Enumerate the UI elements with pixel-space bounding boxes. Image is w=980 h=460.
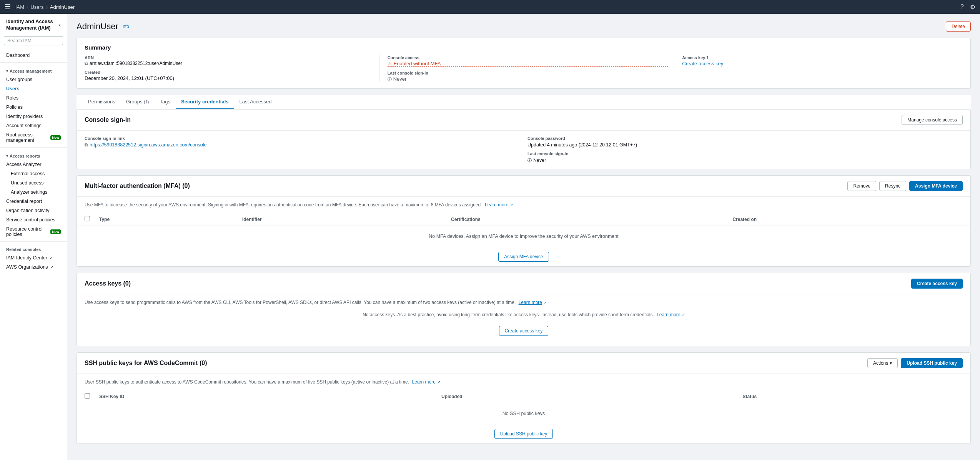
new-badge-2: New — [50, 229, 61, 234]
copy-icon-2[interactable]: ⧉ — [85, 142, 88, 148]
sidebar: Identity and Access Management (IAM) ‹ D… — [0, 14, 67, 460]
access-keys-desc: Use access keys to send programmatic cal… — [85, 300, 516, 305]
sidebar-section-access-management[interactable]: ▾ Access management — [0, 65, 67, 75]
warning-icon: ⚠ — [388, 61, 392, 66]
copy-icon[interactable]: ⧉ — [85, 61, 88, 66]
summary-console-section: Console access ⚠ Enabled without MFA Las… — [379, 55, 668, 82]
assign-mfa-button[interactable]: Assign MFA device — [909, 181, 963, 191]
ssh-keys-desc: User SSH public keys to authenticate acc… — [85, 379, 409, 385]
create-access-key-summary-link[interactable]: Create access key — [682, 61, 723, 66]
console-signin-link-section: Console sign-in link ⧉ https://590183822… — [85, 136, 520, 163]
assign-mfa-center-button[interactable]: Assign MFA device — [498, 252, 549, 262]
access-keys-learn-more-2[interactable]: Learn more — [657, 312, 680, 317]
mfa-empty-row: No MFA devices. Assign an MFA device to … — [77, 226, 970, 247]
chevron-down-icon-ssh: ▾ — [890, 360, 892, 366]
sidebar-title: Identity and Access Management (IAM) — [6, 18, 59, 32]
ssh-keys-learn-more[interactable]: Learn more — [412, 379, 436, 385]
sidebar-item-account-settings[interactable]: Account settings — [0, 121, 67, 130]
sidebar-item-policies[interactable]: Policies — [0, 103, 67, 112]
resync-mfa-button[interactable]: Resync — [879, 181, 906, 191]
access-keys-title: Access keys (0) — [85, 280, 131, 287]
tab-security-credentials[interactable]: Security credentials — [176, 95, 234, 109]
tab-permissions[interactable]: Permissions — [83, 95, 121, 109]
console-link-anchor[interactable]: https://590183822512.signin.aws.amazon.c… — [90, 142, 206, 148]
mfa-learn-more[interactable]: Learn more — [485, 202, 508, 208]
console-access-value: ⚠ Enabled without MFA — [388, 61, 668, 67]
ssh-select-all[interactable] — [85, 393, 90, 399]
sidebar-item-org-activity[interactable]: Organization activity — [0, 206, 67, 215]
sidebar-item-unused-access[interactable]: Unused access — [0, 178, 67, 188]
main-content: AdminUser Info Delete Summary ARN ⧉ arn:… — [67, 14, 980, 460]
sidebar-item-service-control[interactable]: Service control policies — [0, 215, 67, 224]
external-link-icon-ak: ↗ — [543, 301, 546, 305]
info-link[interactable]: Info — [121, 24, 129, 29]
summary-title: Summary — [85, 44, 963, 51]
breadcrumb-users[interactable]: Users — [30, 4, 43, 10]
search-input[interactable] — [4, 36, 63, 45]
password-value: Updated 4 minutes ago (2024-12-20 12:01 … — [527, 142, 963, 148]
access-key-1-label: Access key 1 — [682, 55, 963, 60]
mfa-section: Multi-factor authentication (MFA) (0) Re… — [77, 175, 971, 267]
create-access-key-center-button[interactable]: Create access key — [499, 326, 549, 336]
external-link-icon-mfa: ↗ — [510, 203, 513, 207]
mfa-col-identifier: Identifier — [238, 213, 446, 226]
settings-icon[interactable]: ⚙ — [970, 3, 975, 11]
access-keys-section: Access keys (0) Create access key Use ac… — [77, 273, 971, 346]
sidebar-item-users[interactable]: Users — [0, 84, 67, 93]
manage-console-access-button[interactable]: Manage console access — [902, 115, 963, 125]
sidebar-item-iam-identity-center[interactable]: IAM Identity Center ↗ — [0, 253, 67, 262]
created-label: Created — [85, 70, 373, 75]
mfa-table: Type Identifier Certifications Created o… — [77, 213, 970, 247]
mfa-select-all[interactable] — [85, 216, 90, 221]
sidebar-item-resource-control[interactable]: Resource control policies New — [0, 224, 67, 239]
sidebar-item-identity-providers[interactable]: Identity providers — [0, 112, 67, 121]
sidebar-item-dashboard[interactable]: Dashboard — [0, 51, 67, 60]
sidebar-section-access-reports[interactable]: ▾ Access reports — [0, 150, 67, 160]
help-icon[interactable]: ? — [960, 3, 964, 10]
breadcrumb-iam[interactable]: IAM — [15, 4, 24, 10]
related-consoles-label: Related consoles — [0, 244, 67, 253]
remove-mfa-button[interactable]: Remove — [847, 181, 876, 191]
ssh-col-key-id: SSH Key ID — [95, 390, 437, 403]
ssh-empty-row: No SSH public keys — [77, 403, 970, 424]
sidebar-item-root-access[interactable]: Root access management New — [0, 130, 67, 145]
sidebar-search-container — [0, 35, 67, 49]
access-reports-label: Access reports — [10, 154, 40, 158]
mfa-col-created: Created on — [728, 213, 970, 226]
info-circle-icon-2: ⓘ — [527, 158, 532, 163]
breadcrumb-sep-1: › — [27, 4, 28, 10]
access-management-label: Access management — [10, 69, 52, 73]
external-link-icon-ak2: ↗ — [682, 313, 685, 317]
tab-groups[interactable]: Groups (1) — [121, 95, 155, 109]
sidebar-item-user-groups[interactable]: User groups — [0, 75, 67, 84]
tab-tags[interactable]: Tags — [155, 95, 176, 109]
menu-icon[interactable]: ☰ — [5, 3, 11, 11]
chevron-down-icon-2: ▾ — [6, 154, 8, 158]
sidebar-item-access-analyzer[interactable]: Access Analyzer — [0, 160, 67, 169]
mfa-buttons: Remove Resync Assign MFA device — [847, 181, 963, 191]
last-signin-label: Last console sign-in — [527, 151, 963, 156]
sidebar-item-analyzer-settings[interactable]: Analyzer settings — [0, 188, 67, 197]
console-signin-section: Console sign-in Manage console access Co… — [77, 109, 971, 169]
tabs-bar: Permissions Groups (1) Tags Security cre… — [77, 95, 971, 109]
tab-last-accessed[interactable]: Last Accessed — [234, 95, 277, 109]
new-badge: New — [50, 135, 61, 140]
delete-button[interactable]: Delete — [946, 22, 971, 32]
summary-arn-section: ARN ⧉ arn:aws:iam::590183822512:user/Adm… — [85, 55, 373, 82]
mfa-col-type: Type — [95, 213, 238, 226]
access-keys-learn-more[interactable]: Learn more — [519, 300, 542, 305]
external-link-icon-ssh: ↗ — [437, 380, 440, 384]
create-access-key-button[interactable]: Create access key — [911, 279, 963, 289]
sidebar-item-credential-report[interactable]: Credential report — [0, 197, 67, 206]
upload-ssh-key-button[interactable]: Upload SSH public key — [901, 358, 963, 368]
sidebar-item-aws-organizations[interactable]: AWS Organizations ↗ — [0, 262, 67, 272]
top-nav-icons: ? ⚙ — [960, 3, 975, 11]
sidebar-item-external-access[interactable]: External access — [0, 169, 67, 178]
sidebar-collapse-icon[interactable]: ‹ — [59, 22, 61, 28]
sidebar-item-roles[interactable]: Roles — [0, 93, 67, 103]
ssh-keys-buttons: Actions ▾ Upload SSH public key — [867, 358, 963, 368]
upload-ssh-center-button[interactable]: Upload SSH public key — [494, 429, 553, 439]
ssh-actions-button[interactable]: Actions ▾ — [867, 358, 898, 368]
summary-access-key-section: Access key 1 Create access key — [674, 55, 963, 82]
ssh-keys-section: SSH public keys for AWS CodeCommit (0) A… — [77, 352, 971, 444]
